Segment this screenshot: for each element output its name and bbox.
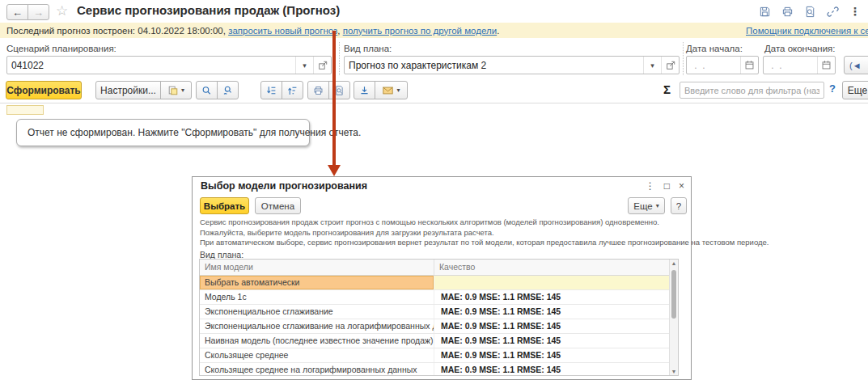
form-splitter[interactable] [339,42,340,75]
planning-scenario-field[interactable]: 041022 ▾ [6,56,332,74]
chevron-down-icon: ▾ [656,202,659,209]
settings-group: Настройки... ▾ [95,81,192,99]
form-splitter[interactable] [683,42,684,75]
model-name-cell[interactable]: Выбрать автоматически [200,276,434,289]
open-icon[interactable] [661,57,679,74]
print-icon[interactable] [781,5,794,18]
download-icon [359,85,370,96]
app-window: ← → ☆ Сервис прогнозирования продаж (Про… [0,0,868,380]
dropdown-icon[interactable]: ▾ [643,57,661,74]
model-name-cell[interactable]: Модель 1с [200,290,434,304]
end-date-field[interactable] [763,56,836,74]
collapse-groups-button[interactable] [282,81,303,99]
window-header: ← → ☆ Сервис прогнозирования продаж (Про… [0,0,868,23]
model-table-row[interactable]: Наивная модель (последнее известное знач… [200,334,678,348]
nav-buttons: ← → [6,4,49,20]
spreadsheet-corner-cell [6,105,44,115]
model-quality-cell[interactable] [434,276,678,289]
mail-icon [382,85,394,96]
cancel-button[interactable]: Отмена [255,197,301,214]
collapse-groups-icon [287,85,298,96]
more-actions-button[interactable]: Еще [842,81,868,99]
search-button[interactable] [196,81,218,99]
dialog-more-menu-icon[interactable]: ⋮ [646,179,655,192]
scroll-up-icon[interactable]: ▲ [670,260,678,266]
grouping-group [260,81,303,99]
request-new-forecast-link[interactable]: запросить новый прогноз [228,26,337,36]
table-header-row: Имя модели Качество [200,260,678,276]
scroll-down-icon[interactable]: ▼ [670,369,678,374]
model-selection-dialog: Выбор модели прогнозирования ⋮ □ × Выбра… [192,176,692,380]
model-name-cell[interactable]: Наивная модель (последнее известное знач… [200,334,434,348]
start-date-field[interactable] [686,56,759,74]
generate-report-button[interactable]: Сформировать [6,81,82,99]
model-table-row[interactable]: Выбрать автоматически [200,276,678,290]
page-title: Сервис прогнозирования продаж (Прогноз) [77,3,340,17]
table-scrollbar[interactable]: ▲ ▼ [669,260,678,375]
calendar-icon[interactable] [817,57,835,74]
model-quality-cell[interactable]: MAE: 0.9 MSE: 1.1 RMSE: 145 [434,290,678,304]
dropdown-icon[interactable]: ▾ [295,57,313,74]
link-icon[interactable] [826,5,839,18]
calendar-icon[interactable] [740,57,758,74]
model-quality-cell[interactable]: MAE: 0.9 MSE: 1.1 RMSE: 145 [434,363,678,376]
column-header-quality[interactable]: Качество [434,260,678,275]
model-name-cell[interactable]: Скользящее среднее на логарифмированных … [200,363,434,376]
scrollbar-thumb[interactable] [671,270,676,319]
table-body: Выбрать автоматически Модель 1с MAE: 0.9… [200,276,678,376]
model-name-cell[interactable]: Скользящее среднее [200,348,434,362]
end-date-input[interactable] [764,60,817,71]
print-icon [313,85,324,96]
dialog-more-button[interactable]: Еще ▾ [628,197,665,214]
close-icon[interactable]: × [679,179,684,192]
maximize-icon[interactable]: □ [664,179,670,192]
get-forecast-other-model-link[interactable]: получить прогноз по другой модели [343,26,497,36]
service-connection-assistant-link[interactable]: Помощник подключения к сервису [746,26,868,36]
save-file-button[interactable] [354,81,375,99]
dialog-description: Сервис прогнозирования продаж строит про… [200,217,768,248]
print-preview-icon[interactable] [803,5,816,18]
plan-kind-value: Прогноз по характеристикам 2 [345,60,643,71]
model-table-row[interactable]: Экспоненциальное сглаживание на логарифм… [200,319,678,334]
report-variants-button[interactable]: ▾ [160,81,192,99]
notification-bar: Последний прогноз построен: 04.10.2022 1… [0,23,868,38]
send-mail-button[interactable]: ▾ [375,81,408,99]
model-quality-cell[interactable]: MAE: 0.9 MSE: 1.1 RMSE: 145 [434,334,678,348]
annotation-arrow [332,31,336,166]
help-button[interactable]: ? [829,82,836,95]
search-icon [201,85,212,96]
filter-input[interactable] [680,82,824,99]
start-date-input[interactable] [687,60,740,71]
column-header-model-name[interactable]: Имя модели [200,260,434,275]
favorite-star-icon[interactable]: ☆ [56,3,68,19]
more-menu-icon[interactable]: ⋮ [849,5,862,18]
expand-groups-button[interactable] [260,81,282,99]
cancel-search-button[interactable] [217,81,239,99]
model-name-cell[interactable]: Экспоненциальное сглаживание [200,305,434,319]
sigma-totals-icon[interactable]: Σ [663,82,671,96]
model-quality-cell[interactable]: MAE: 0.9 MSE: 1.1 RMSE: 145 [434,305,678,319]
model-table-row[interactable]: Скользящее среднее MAE: 0.9 MSE: 1.1 RMS… [200,348,678,363]
model-table-row[interactable]: Экспоненциальное сглаживание MAE: 0.9 MS… [200,305,678,319]
scenario-value: 041022 [7,60,295,71]
model-quality-cell[interactable]: MAE: 0.9 MSE: 1.1 RMSE: 145 [434,348,678,362]
plan-kind-field[interactable]: Прогноз по характеристикам 2 ▾ [344,56,680,74]
header-actions: ⋮ [758,5,862,18]
chevron-down-icon: ▾ [396,87,400,94]
dialog-help-button[interactable]: ? [671,197,687,214]
save-icon[interactable] [758,5,771,18]
notification-text: Последний прогноз построен: 04.10.2022 1… [6,26,228,36]
model-table-row[interactable]: Модель 1с MAE: 0.9 MSE: 1.1 RMSE: 145 [200,290,678,305]
settings-button[interactable]: Настройки... [95,81,161,99]
model-name-cell[interactable]: Экспоненциальное сглаживание на логарифм… [200,319,434,333]
toolbar-divider [0,103,868,103]
open-icon[interactable] [313,57,331,74]
model-table-row[interactable]: Скользящее среднее на логарифмированных … [200,363,678,376]
chevron-down-icon: ▾ [181,87,184,94]
model-quality-cell[interactable]: MAE: 0.9 MSE: 1.1 RMSE: 145 [434,319,678,333]
choose-period-button[interactable]: (◄ [844,56,868,74]
print-report-button[interactable] [307,81,329,99]
forward-button[interactable]: → [28,4,49,20]
select-button[interactable]: Выбрать [200,197,249,214]
back-button[interactable]: ← [6,4,28,20]
